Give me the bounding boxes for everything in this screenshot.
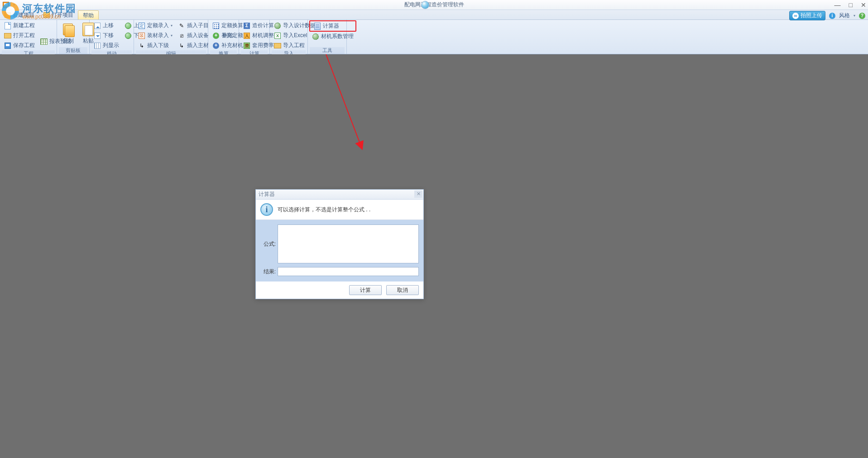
level-up-icon	[125, 23, 131, 29]
material-input-button[interactable]: 装装材录入▾	[136, 31, 175, 40]
folder-open-icon	[43, 12, 50, 18]
level-down-icon	[125, 33, 131, 39]
result-output[interactable]	[278, 267, 419, 276]
grid-icon	[40, 38, 48, 45]
group-title: 剪贴板	[59, 47, 87, 54]
save-project-button[interactable]: 保存工程	[2, 41, 37, 50]
insert-sub-icon: ✎	[178, 22, 185, 29]
material-icon: 装	[139, 33, 145, 39]
open-project-button[interactable]: 打开工程	[2, 31, 37, 40]
device-icon: ⎚	[178, 32, 185, 39]
globe-icon	[421, 1, 429, 9]
tab-new-project[interactable]: 新建项目	[0, 10, 39, 19]
insert-main-icon: ↳	[178, 42, 185, 49]
dialog-info-bar: i 可以选择计算，不选是计算整个公式 . .	[256, 200, 423, 220]
person-icon: 人	[244, 33, 250, 39]
app-title: 配电网工程造价管理软件	[404, 1, 464, 9]
gear-icon	[274, 23, 281, 29]
upload-label: 拍照上传	[801, 12, 822, 19]
rate-icon: 费	[244, 43, 250, 49]
info-icon: i	[260, 203, 273, 216]
folder-icon	[274, 43, 281, 48]
dialog-titlebar[interactable]: 计算器 ✕	[256, 190, 423, 200]
tab-label: 打开项目	[52, 10, 73, 19]
formula-input[interactable]	[278, 224, 419, 263]
excel-icon: X	[274, 33, 281, 39]
link-icon: ∞	[792, 13, 799, 19]
arrow-up-icon	[94, 23, 101, 29]
workspace: 计算器 ✕ i 可以选择计算，不选是计算整个公式 . . 公式: 结果: 计算	[0, 54, 868, 458]
upload-button[interactable]: ∞ 拍照上传	[789, 11, 825, 20]
dialog-hint: 可以选择计算，不选是计算整个公式 . .	[278, 206, 370, 214]
dialog-close-button[interactable]: ✕	[414, 191, 422, 198]
paste-icon	[82, 23, 94, 36]
close-button[interactable]: ✕	[861, 1, 866, 9]
move-down-button[interactable]: 下移	[91, 31, 121, 40]
calculator-icon	[314, 23, 321, 30]
folder-icon	[4, 33, 11, 38]
calc-button[interactable]: 计算	[349, 285, 382, 295]
info-icon[interactable]: i	[829, 13, 835, 19]
arrow-down-icon	[94, 33, 101, 39]
formula-label: 公式:	[260, 240, 278, 248]
copy-button[interactable]: 复制	[59, 21, 78, 46]
ribbon: 新建工程 打开工程 保存工程 报表预览 工程 复制 粘贴 剪贴板 上移	[0, 20, 868, 54]
tab-help[interactable]: 帮助	[78, 10, 99, 19]
insert-lower-icon: ↳	[138, 42, 145, 49]
group-title: 工具	[310, 47, 345, 54]
insert-device-button[interactable]: ⎚插入设备	[176, 31, 211, 40]
coefficient-manage-button[interactable]: 材机系数管理	[310, 32, 356, 41]
gear-icon	[312, 33, 319, 40]
help-icon[interactable]: ?	[859, 13, 865, 19]
columns-icon	[94, 43, 101, 49]
quota-icon: 定	[139, 23, 145, 29]
cancel-button[interactable]: 取消	[386, 285, 419, 295]
dialog-title: 计算器	[259, 191, 275, 198]
insert-lower-button[interactable]: ↳插入下级	[136, 41, 175, 50]
move-up-button[interactable]: 上移	[91, 21, 121, 30]
folder-icon	[5, 12, 11, 18]
calculator-button[interactable]: 计算器	[309, 20, 356, 32]
calculator-dialog: 计算器 ✕ i 可以选择计算，不选是计算整个公式 . . 公式: 结果: 计算	[255, 189, 424, 299]
qat-dropdown-icon[interactable]: ▾	[13, 3, 15, 7]
copy-icon	[62, 23, 75, 36]
plus-icon: +	[213, 43, 219, 49]
tab-label: 帮助	[83, 11, 94, 20]
ribbon-tabs: 新建项目 打开项目 帮助 ∞ 拍照上传 i 风格 ▾ ?	[0, 10, 868, 20]
new-project-button[interactable]: 新建工程	[2, 21, 37, 30]
tab-label: 新建项目	[13, 10, 34, 19]
annotation-arrow-icon	[317, 54, 408, 158]
convert-icon	[213, 23, 219, 29]
document-icon	[5, 22, 11, 29]
sigma-icon: Σ	[244, 23, 250, 29]
maximize-button[interactable]: □	[849, 1, 853, 9]
save-icon	[5, 43, 11, 49]
style-label[interactable]: 风格	[839, 12, 850, 19]
result-label: 结果:	[260, 268, 278, 276]
plus-icon: +	[213, 33, 219, 39]
quota-input-button[interactable]: 定定额录入▾	[136, 21, 175, 30]
title-bar: ▾ 配电网工程造价管理软件 — □ ✕	[0, 0, 868, 10]
tab-open-project[interactable]: 打开项目	[39, 10, 78, 19]
minimize-button[interactable]: —	[834, 1, 841, 9]
svg-line-0	[326, 54, 362, 149]
chevron-down-icon[interactable]: ▾	[854, 14, 855, 18]
columns-button[interactable]: 列显示	[91, 41, 121, 50]
save-icon[interactable]	[3, 2, 9, 8]
